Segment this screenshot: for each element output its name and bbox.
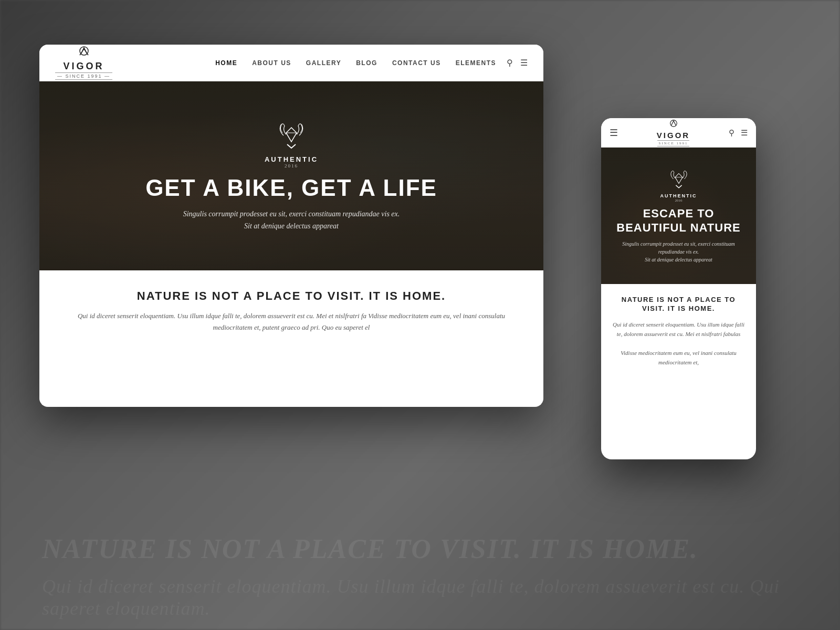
mobile-content-section: NATURE IS NOT A PLACE TO VISIT. IT IS HO… [601,284,756,376]
badge-year-text: 2016 [265,163,318,169]
mobile-logo-since: SINCE 1991 [657,140,690,146]
nav-link-home[interactable]: HOME [215,59,237,67]
content-heading: NATURE IS NOT A PLACE TO VISIT. IT IS HO… [60,289,522,303]
mobile-badge-year: 2016 [660,198,697,203]
badge-diamond-icon [273,120,310,151]
nav-link-gallery[interactable]: GALLERY [306,59,341,67]
mobile-navbar: ☰ VIGOR SINCE 1991 ⚲ ☰ [601,118,756,148]
desktop-logo-since: — SINCE 1991 — [55,72,112,80]
mobile-content-text-2: Vidisse mediocritatem eum eu, vel inani … [621,350,737,365]
mobile-badge-icon [666,168,692,190]
svg-marker-5 [675,174,682,184]
desktop-mockup: VIGOR — SINCE 1991 — HOME ABOUT US GALLE… [39,45,543,407]
mobile-subtitle-2: repudiandae vis ex. [658,249,699,255]
mobile-badge-authentic-text: AUTHENTIC [660,193,697,198]
desktop-navbar: VIGOR — SINCE 1991 — HOME ABOUT US GALLE… [39,45,543,81]
nav-link-elements[interactable]: ELEMENTS [456,59,496,67]
menu-icon[interactable]: ☰ [520,58,528,68]
logo-mountain-icon [77,46,91,60]
mobile-menu-dots-icon[interactable]: ☰ [741,128,748,138]
content-text: Qui id diceret senserit eloquentiam. Usu… [60,310,522,333]
hero-badge: AUTHENTIC 2016 [265,120,318,169]
mobile-subtitle-3: Sit at denique delectus appareat [645,257,712,262]
mobile-content-text-1: Qui id diceret senserit eloquentiam. Usu… [613,321,744,337]
bg-text-large: NATURE IS NOT A PLACE TO VISIT. IT IS HO… [42,531,798,567]
desktop-content-section: NATURE IS NOT A PLACE TO VISIT. IT IS HO… [39,270,543,346]
svg-line-3 [291,128,297,133]
nav-link-contact[interactable]: CONTACT US [392,59,441,67]
mobile-hero-badge: AUTHENTIC 2016 [660,168,697,203]
desktop-logo-text: VIGOR [64,61,104,72]
hero-subtitle: Singulis corrumpit prodesset eu sit, exe… [183,208,400,232]
mobile-logo-icon [668,119,679,131]
mobile-hero-title: ESCAPE TO BEAUTIFUL NATURE [610,207,748,235]
mobile-hero: AUTHENTIC 2016 ESCAPE TO BEAUTIFUL NATUR… [601,148,756,284]
mobile-hero-subtitle: Singulis corrumpit prodesset eu sit, exe… [622,240,735,264]
badge-authentic-text: AUTHENTIC [265,155,318,163]
mobile-mockup: ☰ VIGOR SINCE 1991 ⚲ ☰ [601,118,756,459]
nav-link-blog[interactable]: BLOG [356,59,377,67]
nav-link-about[interactable]: ABOUT US [252,59,291,67]
hero-title: GET A BIKE, GET A LIFE [145,175,437,201]
mobile-hero-content: AUTHENTIC 2016 ESCAPE TO BEAUTIFUL NATUR… [601,148,756,284]
mobile-logo-text: VIGOR [657,131,690,140]
mobile-logo: VIGOR SINCE 1991 [657,119,690,146]
mobile-hamburger-icon[interactable]: ☰ [610,127,618,139]
mobile-nav-right-icons: ⚲ ☰ [729,128,748,138]
search-icon[interactable]: ⚲ [507,58,513,68]
desktop-hero: AUTHENTIC 2016 GET A BIKE, GET A LIFE Si… [39,81,543,270]
hero-subtitle-line1: Singulis corrumpit prodesset eu sit, exe… [183,210,400,218]
desktop-nav-icons: ⚲ ☰ [507,58,528,68]
hero-subtitle-line2: Sit at denique delectus appareat [244,222,339,230]
desktop-logo: VIGOR — SINCE 1991 — [55,46,112,80]
svg-marker-1 [286,128,297,142]
mobile-content-heading: NATURE IS NOT A PLACE TO VISIT. IT IS HO… [612,296,746,313]
mobile-content-text: Qui id diceret senserit eloquentiam. Usu… [612,320,746,368]
mobile-search-icon[interactable]: ⚲ [729,128,734,138]
mobile-subtitle-1: Singulis corrumpit prodesset eu sit, exe… [622,241,735,247]
desktop-nav-links: HOME ABOUT US GALLERY BLOG CONTACT US EL… [215,59,496,67]
bg-text-small: Qui id diceret senserit eloquentiam. Usu… [42,575,798,620]
